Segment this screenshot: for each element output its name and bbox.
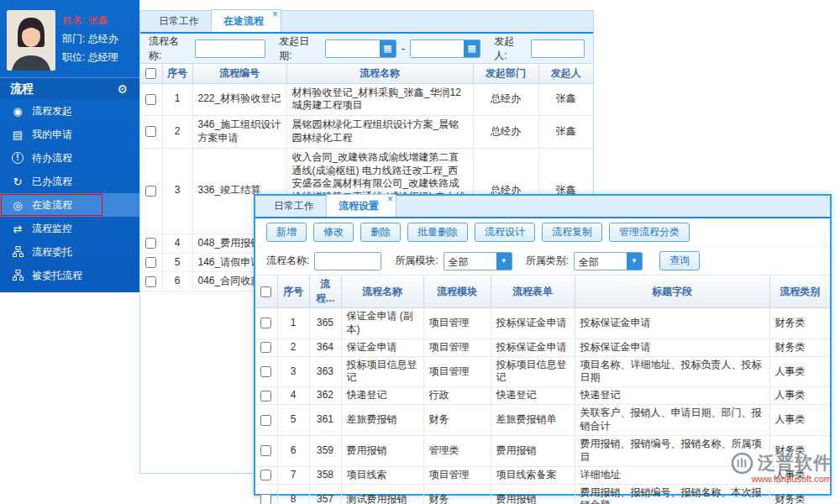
row-checkbox[interactable] [260, 366, 271, 377]
col-start-dept[interactable]: 发起部门 [473, 64, 538, 83]
tab-label: 流程设置 [339, 200, 379, 212]
process-name-input[interactable] [314, 252, 381, 270]
cell-process-code: 222_材料验收登记 [192, 83, 286, 116]
table-row[interactable]: 2 346_施工组织设计方案申请 晨铭园林绿化工程组织设计方案_晨铭园林绿化工程… [140, 116, 593, 149]
close-tab-icon[interactable]: × [387, 195, 393, 204]
cell-process-name: 差旅费报销 [341, 405, 423, 436]
cell-no: 7 [277, 466, 309, 484]
sidebar-item-label: 流程委托 [32, 245, 72, 260]
chevron-down-icon[interactable]: ▼ [627, 253, 642, 270]
tab-process-settings[interactable]: 流程设置 × [326, 194, 396, 217]
search-button[interactable]: 查询 [659, 251, 700, 270]
table-row[interactable]: 8 357 测试费用报销 财务 费用报销 费用报销、报销编号、报销名称、本次报销… [255, 484, 830, 504]
fanpu-logo-icon [731, 452, 753, 475]
row-checkbox[interactable] [260, 391, 271, 402]
cell-process-id: 359 [309, 435, 341, 466]
tab-bar: 日常工作 流程设置 × [255, 196, 830, 218]
calendar-icon[interactable]: ▦ [380, 40, 396, 57]
col-process-code[interactable]: 流程编号 [192, 64, 286, 83]
date-to-input[interactable] [411, 40, 464, 57]
gear-icon[interactable]: ⚙ [117, 82, 128, 96]
manage-category-button[interactable]: 管理流程分类 [609, 223, 690, 242]
cell-no: 3 [162, 148, 192, 234]
process-name-label: 流程名称: [149, 34, 190, 63]
row-checkbox[interactable] [145, 257, 156, 268]
table-row[interactable]: 3 363 投标项目信息登记 项目管理 投标项目信息登记 项目名称、详细地址、投… [255, 356, 830, 387]
col-process-name[interactable]: 流程名称 [286, 64, 473, 83]
sidebar: 姓名: 张鑫 部门: 总经办 职位: 总经理 流程 ⚙ ◉ 流程发起 ▤ 我的申… [0, 0, 139, 292]
col-process-form[interactable]: 流程表单 [491, 276, 575, 308]
tab-bar: 日常工作 在途流程 × [140, 11, 593, 34]
col-no[interactable]: 序号 [277, 276, 309, 308]
cell-start-dept: 总经办 [473, 116, 538, 149]
process-design-button[interactable]: 流程设计 [475, 223, 535, 242]
process-name-input[interactable] [195, 39, 265, 58]
cell-process-form: 投标保证金申请 [491, 339, 575, 356]
row-checkbox[interactable] [260, 445, 271, 456]
process-copy-button[interactable]: 流程复制 [542, 223, 602, 242]
close-tab-icon[interactable]: × [272, 10, 278, 19]
sidebar-item-delegated[interactable]: 被委托流程 [0, 264, 139, 287]
row-checkbox[interactable] [145, 126, 156, 137]
cell-no: 5 [162, 253, 192, 272]
row-checkbox[interactable] [260, 342, 271, 353]
cell-process-id: 358 [309, 466, 341, 484]
cell-process-form: 费用报销 [491, 484, 575, 504]
col-process-name[interactable]: 流程名称 [341, 276, 423, 308]
cell-title-fields: 关联客户、报销人、申请日期、部门、报销合计 [575, 405, 769, 436]
date-separator: - [402, 43, 405, 55]
col-process-category[interactable]: 流程类别 [769, 276, 830, 308]
sidebar-item-in-transit[interactable]: ◎ 在途流程 [0, 193, 139, 217]
sidebar-item-my-applications[interactable]: ▤ 我的申请 [0, 123, 139, 146]
select-all-checkbox[interactable] [145, 68, 156, 79]
cell-process-id: 364 [309, 339, 341, 356]
tab-daily-work[interactable]: 日常工作 [262, 195, 326, 217]
delete-button[interactable]: 删除 [360, 223, 401, 242]
row-checkbox[interactable] [260, 494, 271, 504]
user-profile: 姓名: 张鑫 部门: 总经办 职位: 总经理 [0, 0, 139, 77]
tab-daily-work[interactable]: 日常工作 [147, 10, 211, 32]
table-row[interactable]: 5 361 差旅费报销 财务 差旅费报销单 关联客户、报销人、申请日期、部门、报… [255, 405, 830, 436]
cell-process-form: 投标项目信息登记 [491, 356, 575, 387]
add-button[interactable]: 新增 [266, 223, 307, 242]
col-process-module[interactable]: 流程模块 [423, 276, 491, 308]
sidebar-item-pending[interactable]: ! 待办流程 [0, 146, 139, 170]
chevron-down-icon[interactable]: ▼ [496, 253, 512, 270]
row-checkbox[interactable] [145, 276, 156, 287]
category-select-value: 全部 [575, 253, 627, 270]
sidebar-item-process-start[interactable]: ◉ 流程发起 [0, 99, 139, 123]
row-checkbox[interactable] [260, 415, 271, 426]
col-no[interactable]: 序号 [162, 64, 192, 83]
row-checkbox[interactable] [260, 318, 271, 328]
module-select[interactable]: 全部 ▼ [444, 252, 512, 270]
sidebar-item-label: 已办流程 [32, 175, 72, 189]
initiator-input[interactable] [531, 39, 585, 58]
cell-process-code: 346_施工组织设计方案申请 [192, 116, 286, 149]
sidebar-item-completed[interactable]: ↻ 已办流程 [0, 170, 139, 193]
sidebar-item-delegate[interactable]: 流程委托 [0, 240, 139, 264]
sidebar-item-monitor[interactable]: ⇄ 流程监控 [0, 217, 139, 240]
row-checkbox[interactable] [145, 238, 156, 249]
sidebar-item-label: 待办流程 [32, 151, 72, 165]
cell-process-name: 测试费用报销 [341, 484, 423, 504]
tab-in-transit[interactable]: 在途流程 × [211, 9, 281, 32]
process-name-label: 流程名称: [266, 254, 309, 268]
date-from-input[interactable] [326, 40, 379, 57]
col-initiator[interactable]: 发起人 [538, 64, 593, 83]
col-title-fields[interactable]: 标题字段 [575, 276, 769, 308]
cell-process-module: 项目管理 [423, 308, 491, 339]
table-row[interactable]: 2 364 保证金申请 项目管理 投标保证金申请 投标保证金申请 财务类 [255, 339, 830, 356]
row-checkbox[interactable] [260, 470, 271, 480]
category-select[interactable]: 全部 ▼ [574, 252, 643, 270]
calendar-icon[interactable]: ▦ [464, 40, 480, 57]
table-row[interactable]: 4 362 快递登记 行政 快递登记 快递登记 人事类 [255, 387, 830, 405]
cell-start-dept: 总经办 [473, 83, 538, 116]
select-all-checkbox[interactable] [260, 286, 271, 297]
row-checkbox[interactable] [145, 186, 156, 197]
table-row[interactable]: 1 222_材料验收登记 材料验收登记_材料采购_张鑫_华润12城房建工程项目 … [140, 83, 593, 116]
col-process-id[interactable]: 流程... [309, 276, 341, 308]
row-checkbox[interactable] [145, 94, 156, 105]
batch-delete-button[interactable]: 批量删除 [407, 223, 468, 242]
table-row[interactable]: 1 365 保证金申请 (副本) 项目管理 投标保证金申请 投标保证金申请 财务… [255, 308, 830, 339]
edit-button[interactable]: 修改 [313, 223, 354, 242]
